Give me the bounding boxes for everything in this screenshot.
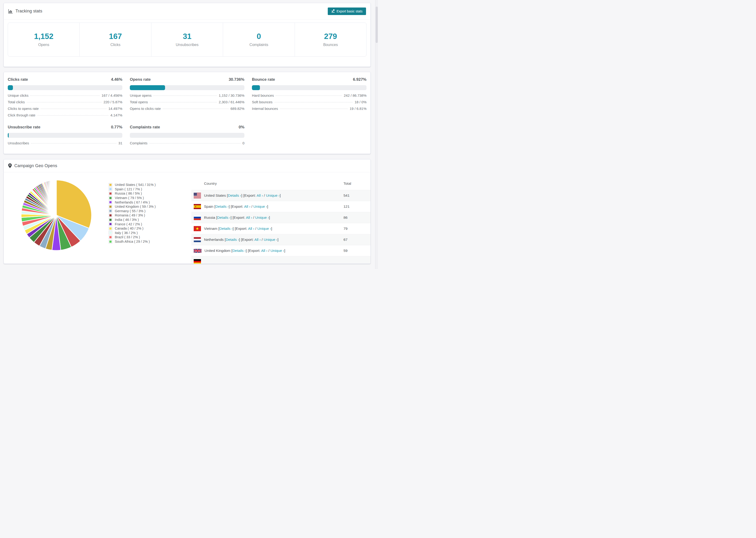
geo-table-rows: United States [Details ›] [Export: All ›… [191,190,370,264]
rates-card: Clicks rate4.46%Unique clicks167 / 4.456… [4,72,371,154]
rate-row-value: 14.497% [108,107,122,111]
country-name: United Kingdom [204,248,230,252]
export-basic-stats-button[interactable]: Export basic stats [328,8,366,15]
geo-title: Campaign Geo Opens [8,163,57,168]
legend-label: Russia ( 86 / 5% ) [115,191,142,195]
legend-item: United Kingdom ( 59 / 3% ) [109,204,191,209]
geo-col-country: Country [204,182,344,186]
rate-row-value: 689.82% [231,107,244,111]
geo-table-row: Netherlands [Details ›] [Export: All › /… [191,234,370,245]
export-unique-link[interactable]: Unique › [253,204,267,208]
stat-value: 167 [109,32,122,40]
details-link[interactable]: Details › [217,215,231,219]
rate-title: Bounce rate [252,77,275,82]
details-link[interactable]: Details › [215,204,229,208]
legend-swatch [109,192,112,195]
rate-row: Click through rate4.147% [8,113,122,120]
export-unique-link[interactable]: Unique › [266,193,280,197]
rate-row-label: Hard bounces [252,93,274,97]
geo-country-cell: Vietnam [Details ›] [Export: All › / Uni… [194,226,344,231]
dotted-leader [274,102,353,102]
rate-row: Soft bounces18 / 0% [252,100,366,107]
dotted-leader [31,143,117,143]
rate-row: Complaints0 [130,141,244,148]
legend-item: South Africa ( 29 / 2% ) [109,240,191,244]
rate-row-label: Unsubscribes [8,141,29,145]
legend-swatch [109,187,112,191]
stat-label: Complaints [249,43,268,47]
rate-row: Internal bounces19 / 6.81% [252,107,366,113]
flag-us [194,193,201,198]
tracking-stats-header: Tracking stats Export basic stats [4,3,370,20]
rate-progress-track [130,85,244,90]
stat-value: 0 [257,32,261,40]
export-icon [331,9,335,13]
flag-de [194,259,201,264]
legend-item: Brazil ( 33 / 2% ) [109,235,191,240]
export-all-link[interactable]: All › [254,238,261,242]
rate-row-value: 220 / 5.87% [104,100,122,104]
rate-row: Total clicks220 / 5.87% [8,100,122,107]
rate-value: 30.736% [229,77,244,82]
rate-row-value: 4.147% [110,113,122,117]
dotted-leader [30,95,99,96]
legend-swatch [109,227,112,230]
dotted-leader [276,95,342,96]
stat-box-unsubscribes: 31Unsubscribes [151,23,223,56]
export-all-link[interactable]: All › [261,248,267,252]
export-all-link[interactable]: All › [246,215,252,219]
rate-value: 0.77% [111,125,122,130]
geo-total-cell: 86 [344,215,370,220]
dotted-leader [150,102,217,102]
legend-label: Germany ( 55 / 3% ) [115,209,145,213]
rate-row: Total opens2,303 / 61.446% [130,100,244,107]
stat-label: Unsubscribes [176,43,199,47]
rate-row-label: Opens to clicks rate [130,107,161,111]
geo-col-total: Total [344,182,370,186]
export-unique-link[interactable]: Unique › [264,238,278,242]
geo-table-row: Spain [Details ›] [Export: All › / Uniqu… [191,201,370,212]
geo-header: Campaign Geo Opens [4,159,370,172]
stat-value: 31 [183,32,191,40]
stat-box-clicks: 167Clicks [80,23,151,56]
legend-label: United States ( 541 / 31% ) [115,183,156,187]
rate-row: Clicks to opens rate14.497% [8,107,122,113]
rate-row-label: Complaints [130,141,147,145]
geo-country-cell: United States [Details ›] [Export: All ›… [194,193,344,198]
rate-row-value: 31 [118,141,122,145]
rate-row-label: Soft bounces [252,100,273,104]
details-link[interactable]: Details › [233,248,246,252]
rate-progress-fill [8,85,13,90]
rates-grid-row-1: Clicks rate4.46%Unique clicks167 / 4.456… [8,72,366,120]
flag-vn [194,226,201,231]
export-all-link[interactable]: All › [257,193,263,197]
geo-country-links: United Kingdom [Details ›] [Export: All … [204,248,285,253]
page: Tracking stats Export basic stats 1,152O… [4,0,371,264]
country-name: Vietnam [204,227,217,231]
tracking-stats-title-text: Tracking stats [16,9,42,14]
scrollbar-track[interactable] [375,0,378,269]
export-all-link[interactable]: All › [244,204,250,208]
country-name: United States [204,193,226,197]
details-link[interactable]: Details › [228,193,242,197]
stat-label: Bounces [323,43,338,47]
dotted-leader [153,95,217,96]
legend-swatch [109,200,112,204]
geo-body: United States ( 541 / 31% )Spain ( 121 /… [4,172,370,264]
export-all-link[interactable]: All › [248,227,254,231]
rate-progress-track [252,85,366,90]
flag-ru [194,215,201,220]
scrollbar-thumb[interactable] [376,7,378,43]
export-unique-link[interactable]: Unique › [255,215,269,219]
rate-row-value: 2,303 / 61.446% [219,100,244,104]
legend-label: Canada ( 40 / 2% ) [115,227,143,230]
geo-table-row: Russia [Details ›] [Export: All › / Uniq… [191,212,370,223]
export-unique-link[interactable]: Unique › [257,227,271,231]
geo-country-links: Spain [Details ›] [Export: All › / Uniqu… [204,204,268,209]
tracking-stats-card: Tracking stats Export basic stats 1,152O… [4,3,371,67]
details-link[interactable]: Details › [219,227,233,231]
summary-stats-row: 1,152Opens167Clicks31Unsubscribes0Compla… [8,23,366,57]
export-unique-link[interactable]: Unique › [270,248,284,252]
details-link[interactable]: Details › [226,238,239,242]
legend-swatch [109,231,112,235]
